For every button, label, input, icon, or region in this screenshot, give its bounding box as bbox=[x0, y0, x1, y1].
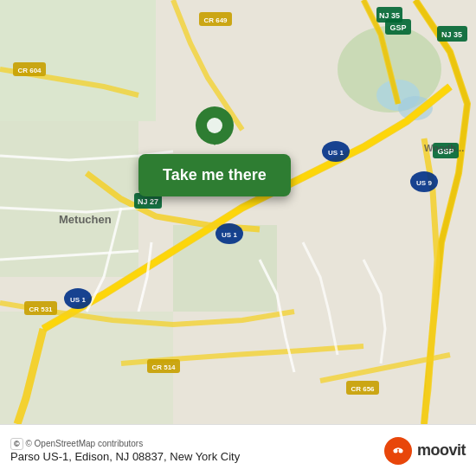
osm-credit-text: © OpenStreetMap contributors bbox=[25, 439, 143, 448]
osm-logo: © bbox=[10, 438, 23, 450]
svg-point-39 bbox=[207, 118, 222, 133]
svg-text:US 1: US 1 bbox=[70, 296, 86, 304]
svg-text:US 1: US 1 bbox=[328, 149, 344, 157]
take-me-there-button[interactable]: Take me there bbox=[138, 154, 291, 196]
map-pin bbox=[193, 104, 236, 156]
cta-container: Take me there bbox=[138, 104, 291, 196]
map-view: GSP GSP NJ 35 NJ 35 US 1 US 1 US 1 NJ 27… bbox=[0, 0, 476, 424]
svg-text:NJ 35: NJ 35 bbox=[441, 30, 462, 39]
bottom-bar: © © OpenStreetMap contributors Parso US-… bbox=[0, 424, 476, 476]
moovit-icon bbox=[384, 437, 412, 465]
moovit-text: moovit bbox=[417, 441, 466, 460]
svg-text:CR 531: CR 531 bbox=[29, 306, 53, 313]
svg-text:Metuchen: Metuchen bbox=[59, 213, 112, 226]
svg-text:Woodb...: Woodb... bbox=[424, 143, 464, 153]
svg-text:NJ 27: NJ 27 bbox=[138, 197, 158, 206]
map-roads: GSP GSP NJ 35 NJ 35 US 1 US 1 US 1 NJ 27… bbox=[0, 0, 476, 424]
svg-text:CR 514: CR 514 bbox=[151, 363, 176, 371]
svg-text:CR 604: CR 604 bbox=[17, 67, 42, 74]
svg-text:CR 656: CR 656 bbox=[351, 385, 375, 393]
svg-text:GSP: GSP bbox=[389, 23, 406, 32]
svg-text:NJ 35: NJ 35 bbox=[379, 11, 400, 20]
svg-text:US 1: US 1 bbox=[222, 231, 237, 239]
location-label: Parso US-1, Edison, NJ 08837, New York C… bbox=[10, 450, 240, 463]
svg-text:CR 649: CR 649 bbox=[203, 16, 228, 24]
svg-rect-1 bbox=[0, 0, 156, 121]
svg-point-41 bbox=[389, 442, 407, 460]
moovit-logo: moovit bbox=[384, 437, 466, 465]
svg-text:US 9: US 9 bbox=[416, 179, 432, 187]
osm-attribution: © © OpenStreetMap contributors bbox=[10, 439, 240, 448]
bottom-info: © © OpenStreetMap contributors Parso US-… bbox=[10, 439, 240, 463]
